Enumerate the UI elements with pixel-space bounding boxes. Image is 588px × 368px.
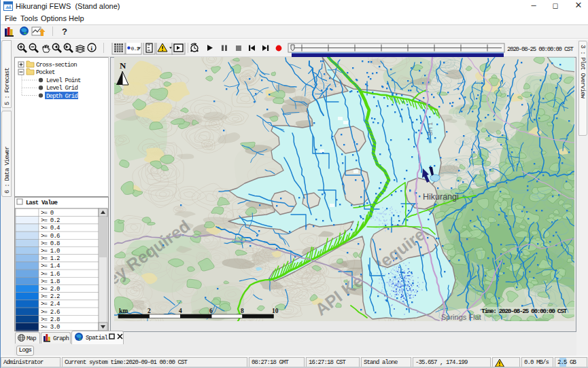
svg-text:3 : Plot Overview: 3 : Plot Overview	[579, 45, 586, 99]
svg-text:km: km	[119, 308, 128, 314]
svg-text:>= 1.6: >= 1.6	[41, 271, 60, 278]
svg-text:Springs Flat: Springs Flat	[441, 313, 481, 321]
svg-text:>= 2.2: >= 2.2	[41, 293, 60, 300]
svg-text:Map: Map	[27, 335, 36, 342]
svg-text:>= 1.8: >= 1.8	[41, 278, 60, 285]
svg-text:>= 0.6: >= 0.6	[41, 233, 60, 240]
svg-text:5 : Forecast: 5 : Forecast	[4, 67, 11, 105]
svg-text:?: ?	[62, 26, 67, 37]
svg-text:>= 0.4: >= 0.4	[41, 225, 60, 232]
svg-text:>= 1.0: >= 1.0	[41, 248, 60, 255]
svg-text:6: 6	[209, 308, 213, 314]
svg-text:Spatial: Spatial	[86, 335, 108, 342]
svg-text:>= 2.0: >= 2.0	[41, 286, 60, 293]
svg-text:Pocket: Pocket	[36, 69, 55, 76]
svg-text:Last Value: Last Value	[26, 200, 57, 206]
svg-text:N: N	[120, 60, 126, 71]
svg-text:>= 1.2: >= 1.2	[41, 255, 60, 262]
svg-text:>= 2.4: >= 2.4	[41, 301, 60, 308]
svg-text:>= 0: >= 0	[41, 210, 54, 217]
svg-text:i: i	[90, 45, 92, 52]
svg-text:>= 0.8: >= 0.8	[41, 240, 60, 247]
svg-text:Depth Grid: Depth Grid	[46, 93, 77, 100]
svg-text:0.1: 0.1	[131, 45, 140, 52]
svg-text:10: 10	[272, 308, 279, 314]
svg-text:8: 8	[241, 308, 244, 314]
svg-text:Cross-section: Cross-section	[36, 62, 77, 69]
svg-text:4: 4	[179, 308, 182, 314]
svg-text:2020-08-25 00:00:00 CST: 2020-08-25 00:00:00 CST	[507, 46, 574, 53]
svg-text:>= 2.6: >= 2.6	[41, 309, 60, 316]
svg-text:>= 2.8: >= 2.8	[41, 316, 60, 323]
svg-text:>= 1.4: >= 1.4	[41, 263, 60, 270]
svg-text:>= 0.2: >= 0.2	[41, 217, 60, 224]
svg-text:>= 3.0: >= 3.0	[41, 324, 60, 331]
svg-text:Hikurangi: Hikurangi	[423, 192, 459, 202]
svg-text:6 : Data Viewer: 6 : Data Viewer	[4, 147, 11, 194]
svg-text:Level Point: Level Point	[46, 77, 81, 84]
svg-text:Graph: Graph	[53, 335, 69, 342]
svg-text:SH 1: SH 1	[427, 122, 434, 136]
svg-text:Time: 2020-08-25 00:00:00 CST: Time: 2020-08-25 00:00:00 CST	[481, 308, 567, 315]
svg-text:Level Grid: Level Grid	[46, 85, 77, 92]
svg-text:2: 2	[148, 308, 151, 314]
